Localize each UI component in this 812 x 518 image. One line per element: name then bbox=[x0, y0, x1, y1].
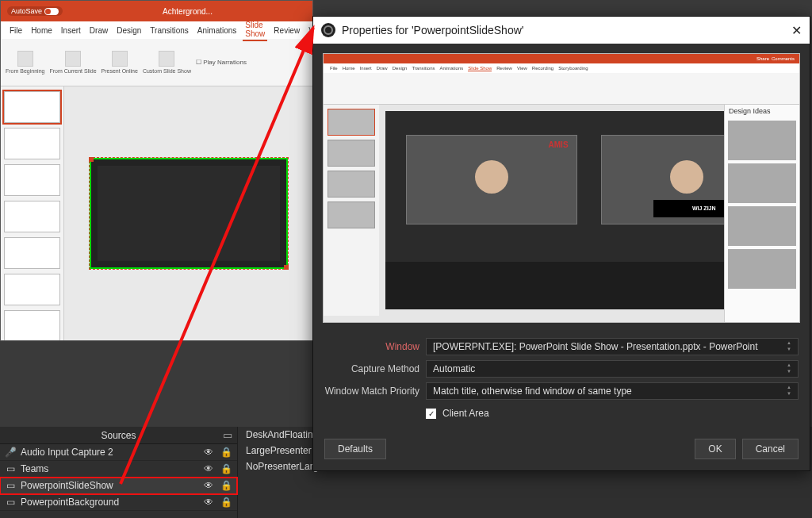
menu-draw[interactable]: Draw bbox=[87, 25, 110, 36]
defaults-button[interactable]: Defaults bbox=[324, 439, 386, 459]
eye-icon[interactable]: 👁 bbox=[202, 480, 215, 491]
lock-icon[interactable]: 🔒 bbox=[220, 480, 232, 491]
ok-button[interactable]: OK bbox=[695, 439, 735, 459]
lock-icon[interactable]: 🔒 bbox=[220, 497, 232, 508]
source-row[interactable]: ▭PowerpointBackground👁🔒 bbox=[0, 494, 237, 511]
source-row[interactable]: 🎤Audio Input Capture 2👁🔒 bbox=[0, 444, 237, 461]
selected-source-outline[interactable] bbox=[90, 158, 288, 269]
ppt-menu: File Home Insert Draw Design Transitions… bbox=[1, 21, 312, 39]
menu-animations[interactable]: Animations bbox=[195, 25, 239, 36]
lock-icon[interactable]: 🔒 bbox=[220, 463, 232, 474]
dialog-titlebar: Properties for 'PowerpointSlideShow' ✕ bbox=[313, 17, 810, 44]
menu-slideshow[interactable]: Slide Show bbox=[243, 19, 267, 41]
menu-design[interactable]: Design bbox=[114, 25, 144, 36]
ppt-ribbon: From Beginning From Current Slide Presen… bbox=[1, 39, 312, 86]
custom-show-icon[interactable] bbox=[159, 51, 174, 67]
window-icon: ▭ bbox=[5, 463, 16, 474]
properties-form: Window [POWERPNT.EXE]: PowerPoint Slide … bbox=[313, 332, 810, 432]
window-select[interactable]: [POWERPNT.EXE]: PowerPoint Slide Show - … bbox=[426, 338, 799, 355]
menu-file[interactable]: File bbox=[7, 25, 25, 36]
source-row[interactable]: ▭Teams👁🔒 bbox=[0, 461, 237, 478]
powerpoint-window: AutoSave Achtergrond... File Home Insert… bbox=[0, 0, 313, 341]
autosave-toggle[interactable]: AutoSave bbox=[7, 6, 63, 16]
sources-panel: Sources▭ 🎤Audio Input Capture 2👁🔒 ▭Teams… bbox=[0, 427, 238, 518]
mini-menu: FileHomeInsertDrawDesignTransitionsAnima… bbox=[324, 63, 799, 73]
ppt-title: Achtergrond... bbox=[163, 7, 213, 16]
menu-review[interactable]: Review bbox=[271, 25, 302, 36]
mic-icon: 🎤 bbox=[5, 447, 16, 458]
sources-header: Sources▭ bbox=[0, 427, 237, 444]
eye-icon[interactable]: 👁 bbox=[202, 463, 215, 474]
menu-insert[interactable]: Insert bbox=[59, 25, 83, 36]
capture-method-select[interactable]: Automatic▲▼ bbox=[426, 360, 799, 378]
slide-thumbnails[interactable] bbox=[1, 86, 64, 340]
window-label: Window bbox=[324, 341, 419, 352]
menu-transitions[interactable]: Transitions bbox=[147, 25, 191, 36]
client-area-checkbox[interactable]: ✓ bbox=[426, 409, 436, 419]
mini-thumbs bbox=[324, 105, 379, 316]
priority-select[interactable]: Match title, otherwise find window of sa… bbox=[426, 382, 799, 400]
client-area-label: Client Area bbox=[442, 408, 489, 419]
design-ideas-pane: Design Ideas bbox=[724, 105, 799, 322]
window-icon: ▭ bbox=[5, 497, 16, 508]
source-preview: ShareComments FileHomeInsertDrawDesignTr… bbox=[323, 53, 800, 323]
present-online-icon[interactable] bbox=[112, 51, 128, 67]
slide-canvas[interactable] bbox=[64, 86, 312, 340]
source-row-selected[interactable]: ▭PowerpointSlideShow👁🔒 bbox=[0, 478, 237, 494]
add-source-icon[interactable]: ▭ bbox=[223, 429, 232, 441]
properties-dialog: Properties for 'PowerpointSlideShow' ✕ S… bbox=[312, 16, 810, 471]
eye-icon[interactable]: 👁 bbox=[202, 447, 215, 458]
close-icon[interactable]: ✕ bbox=[791, 23, 802, 38]
menu-home[interactable]: Home bbox=[29, 25, 55, 36]
amis-logo: AMIS bbox=[549, 140, 569, 149]
priority-label: Window Match Priority bbox=[324, 386, 419, 397]
dialog-title: Properties for 'PowerpointSlideShow' bbox=[342, 24, 523, 36]
cancel-button[interactable]: Cancel bbox=[742, 439, 799, 459]
from-current-icon[interactable] bbox=[65, 51, 81, 67]
from-beginning-icon[interactable] bbox=[17, 51, 33, 67]
lock-icon[interactable]: 🔒 bbox=[220, 447, 232, 458]
window-icon: ▭ bbox=[5, 480, 16, 491]
eye-icon[interactable]: 👁 bbox=[202, 497, 215, 508]
obs-logo-icon bbox=[321, 23, 335, 37]
capture-method-label: Capture Method bbox=[324, 363, 419, 374]
